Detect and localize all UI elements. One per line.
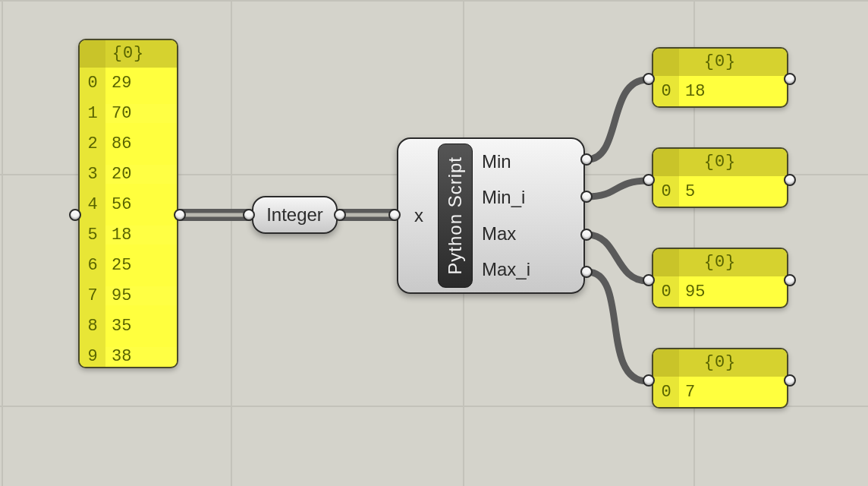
row-value: 20 — [105, 165, 177, 184]
output-panel-min[interactable]: {0} 0 18 — [652, 47, 788, 108]
panel-header: {0} — [653, 249, 787, 276]
panel-input-left-grip[interactable] — [69, 209, 81, 221]
out3-right-grip[interactable] — [784, 374, 796, 387]
row-index: 1 — [80, 98, 105, 128]
python-right-grip-max_i[interactable] — [580, 266, 593, 278]
row-index: 2 — [80, 128, 105, 159]
grasshopper-canvas[interactable]: {0} 029170286320456518625795835938 Integ… — [0, 0, 868, 486]
list-item: 835 — [80, 311, 177, 341]
python-name-bar: Python Script — [438, 144, 473, 288]
row-index: 4 — [80, 189, 105, 219]
row-index: 0 — [653, 176, 679, 207]
panel-branch-label: {0} — [704, 153, 737, 172]
list-item: 286 — [80, 128, 177, 159]
python-input-x[interactable]: x — [414, 205, 423, 226]
row-index: 6 — [80, 250, 105, 280]
panel-branch-label: {0} — [704, 353, 737, 372]
out0-right-grip[interactable] — [784, 73, 796, 85]
panel-branch-label: {0} — [112, 44, 145, 63]
out3-left-grip[interactable] — [643, 374, 655, 387]
row-value: 95 — [105, 286, 177, 305]
row-value: 25 — [105, 256, 177, 275]
row-value: 18 — [679, 82, 787, 101]
list-item: 938 — [80, 341, 177, 368]
row-value: 18 — [105, 226, 177, 245]
out1-left-grip[interactable] — [643, 174, 655, 186]
row-value: 95 — [679, 282, 787, 301]
python-output-min[interactable]: Min — [482, 144, 579, 180]
panel-header: {0} — [653, 149, 787, 176]
python-script-component[interactable]: x Python Script Min Min_i Max Max_i — [397, 137, 585, 294]
python-right-grip-max[interactable] — [580, 229, 593, 241]
panel-header: {0} — [653, 49, 787, 76]
output-panel-min_i[interactable]: {0} 0 5 — [652, 147, 788, 208]
integer-component[interactable]: Integer — [252, 196, 338, 234]
list-item: 320 — [80, 159, 177, 189]
integer-right-grip[interactable] — [334, 209, 346, 221]
out1-right-grip[interactable] — [784, 174, 796, 186]
input-list-panel[interactable]: {0} 029170286320456518625795835938 — [78, 39, 178, 368]
row-value: 86 — [105, 134, 177, 153]
row-index: 9 — [80, 341, 105, 368]
out2-right-grip[interactable] — [784, 274, 796, 286]
list-item: 795 — [80, 280, 177, 311]
list-item: 029 — [80, 68, 177, 98]
row-index: 0 — [80, 68, 105, 98]
output-panel-max_i[interactable]: {0} 0 7 — [652, 348, 788, 409]
panel-header: {0} — [80, 40, 177, 68]
row-index: 0 — [653, 76, 679, 106]
row-index: 8 — [80, 311, 105, 341]
row-value: 29 — [105, 74, 177, 93]
python-output-max_i[interactable]: Max_i — [482, 252, 579, 289]
python-output-min_i[interactable]: Min_i — [482, 180, 579, 216]
row-value: 38 — [105, 347, 177, 366]
out0-left-grip[interactable] — [643, 73, 655, 85]
list-item: 518 — [80, 219, 177, 250]
python-right-grip-min_i[interactable] — [580, 191, 593, 203]
row-value: 56 — [105, 195, 177, 214]
row-value: 35 — [105, 317, 177, 336]
row-value: 5 — [679, 182, 787, 201]
row-index: 0 — [653, 276, 679, 307]
list-item: 456 — [80, 189, 177, 219]
row-index: 5 — [80, 219, 105, 250]
panel-input-right-grip[interactable] — [174, 209, 186, 221]
row-index: 3 — [80, 159, 105, 189]
panel-branch-label: {0} — [704, 52, 737, 71]
row-index: 0 — [653, 377, 679, 407]
row-index: 7 — [80, 280, 105, 311]
out2-left-grip[interactable] — [643, 274, 655, 286]
row-value: 7 — [679, 383, 787, 402]
panel-branch-label: {0} — [704, 253, 737, 272]
list-item: 170 — [80, 98, 177, 128]
panel-header: {0} — [653, 349, 787, 377]
integer-label: Integer — [266, 204, 323, 226]
python-right-grip-min[interactable] — [580, 153, 593, 166]
python-name-label: Python Script — [445, 156, 466, 275]
python-output-max[interactable]: Max — [482, 216, 579, 252]
list-item: 625 — [80, 250, 177, 280]
python-left-grip[interactable] — [388, 209, 401, 221]
row-value: 70 — [105, 104, 177, 123]
output-panel-max[interactable]: {0} 0 95 — [652, 248, 788, 308]
integer-left-grip[interactable] — [243, 209, 255, 221]
